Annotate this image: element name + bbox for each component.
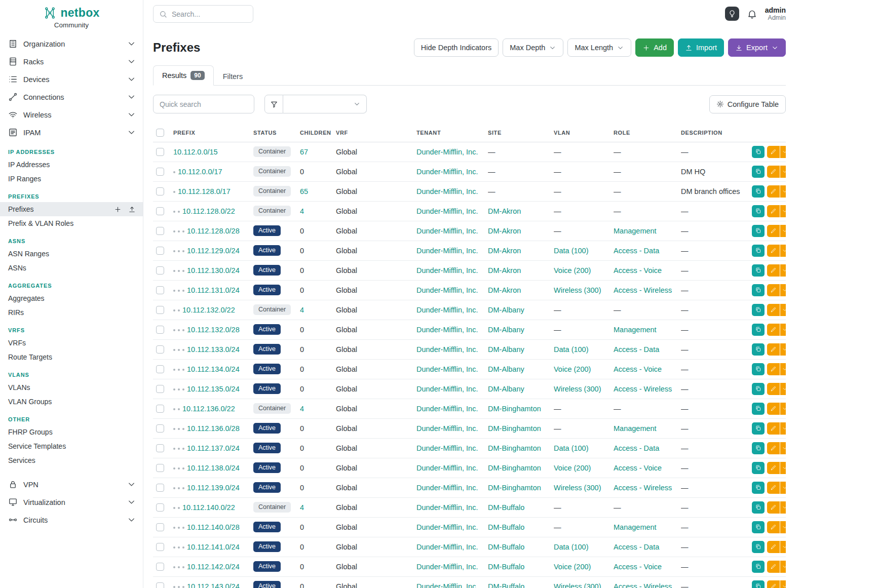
column-header-tenant[interactable]: TENANT (416, 124, 488, 142)
row-checkbox[interactable] (156, 326, 164, 334)
prefix-link[interactable]: 10.112.134.0/24 (187, 365, 240, 373)
tenant-link[interactable]: Dunder-Mifflin, Inc. (416, 543, 478, 551)
edit-button[interactable] (767, 521, 780, 533)
row-checkbox[interactable] (156, 345, 164, 354)
copy-button[interactable] (752, 304, 765, 316)
sidebar-item-rirs[interactable]: RIRs (0, 305, 143, 320)
edit-button[interactable] (767, 324, 780, 336)
column-header-prefix[interactable]: PREFIX (173, 124, 253, 142)
tenant-link[interactable]: Dunder-Mifflin, Inc. (416, 247, 478, 255)
site-link[interactable]: DM-Buffalo (488, 582, 524, 588)
column-header-vrf[interactable]: VRF (336, 124, 416, 142)
row-menu-button[interactable] (780, 462, 786, 474)
edit-button[interactable] (767, 146, 780, 158)
site-link[interactable]: DM-Akron (488, 286, 521, 294)
vlan-link[interactable]: Wireless (300) (554, 582, 601, 588)
role-link[interactable]: Management (614, 227, 657, 235)
children-link[interactable]: 4 (300, 405, 304, 413)
sidebar-item-service-templates[interactable]: Service Templates (0, 439, 143, 453)
sidebar-item-ipam[interactable]: IPAM (0, 124, 143, 141)
sidebar-item-circuits[interactable]: Circuits (0, 511, 143, 529)
role-link[interactable]: Access - Voice (614, 365, 662, 373)
quick-search-input[interactable] (153, 95, 254, 113)
edit-button[interactable] (767, 225, 780, 237)
role-link[interactable]: Management (614, 326, 657, 334)
quick-add-button[interactable] (114, 206, 122, 213)
row-menu-button[interactable] (780, 166, 786, 178)
prefix-link[interactable]: 10.112.131.0/24 (187, 286, 240, 294)
row-menu-button[interactable] (780, 541, 786, 553)
children-link[interactable]: 67 (300, 148, 308, 156)
site-link[interactable]: DM-Albany (488, 385, 524, 393)
row-checkbox[interactable] (156, 543, 164, 551)
row-checkbox[interactable] (156, 266, 164, 275)
role-link[interactable]: Access - Voice (614, 563, 662, 571)
vlan-link[interactable]: Data (100) (554, 345, 589, 354)
vlan-link[interactable]: Data (100) (554, 247, 589, 255)
export-dropdown-button[interactable]: Export (728, 38, 786, 57)
sidebar-item-asn-ranges[interactable]: ASN Ranges (0, 247, 143, 261)
global-search-input[interactable] (172, 10, 247, 18)
row-menu-button[interactable] (780, 205, 786, 217)
copy-button[interactable] (752, 284, 765, 296)
tenant-link[interactable]: Dunder-Mifflin, Inc. (416, 168, 478, 176)
tenant-link[interactable]: Dunder-Mifflin, Inc. (416, 345, 478, 354)
sidebar-item-virtualization[interactable]: Virtualization (0, 493, 143, 511)
copy-button[interactable] (752, 541, 765, 553)
site-link[interactable]: DM-Binghamton (488, 464, 541, 472)
role-link[interactable]: Access - Wireless (614, 484, 672, 492)
tenant-link[interactable]: Dunder-Mifflin, Inc. (416, 523, 478, 531)
row-checkbox[interactable] (156, 464, 164, 472)
max-depth-dropdown[interactable]: Max Depth (503, 38, 563, 57)
vlan-link[interactable]: Data (100) (554, 543, 589, 551)
sidebar-item-aggregates[interactable]: Aggregates (0, 291, 143, 305)
vlan-link[interactable]: Wireless (300) (554, 385, 601, 393)
role-link[interactable]: Management (614, 424, 657, 433)
import-button[interactable]: Import (678, 38, 724, 57)
tenant-link[interactable]: Dunder-Mifflin, Inc. (416, 405, 478, 413)
tenant-link[interactable]: Dunder-Mifflin, Inc. (416, 148, 478, 156)
copy-button[interactable] (752, 442, 765, 454)
edit-button[interactable] (767, 462, 780, 474)
sidebar-item-asns[interactable]: ASNs (0, 261, 143, 275)
copy-button[interactable] (752, 482, 765, 494)
column-header-vlan[interactable]: VLAN (554, 124, 614, 142)
row-checkbox[interactable] (156, 365, 164, 373)
row-checkbox[interactable] (156, 385, 164, 393)
prefix-link[interactable]: 10.112.128.0/17 (178, 187, 231, 195)
tenant-link[interactable]: Dunder-Mifflin, Inc. (416, 227, 478, 235)
sidebar-item-prefix-vlan-roles[interactable]: Prefix & VLAN Roles (0, 216, 143, 230)
vlan-link[interactable]: Voice (200) (554, 365, 591, 373)
sidebar-item-organization[interactable]: Organization (0, 35, 143, 53)
edit-button[interactable] (767, 304, 780, 316)
row-checkbox[interactable] (156, 207, 164, 215)
edit-button[interactable] (767, 561, 780, 573)
edit-button[interactable] (767, 284, 780, 296)
prefix-link[interactable]: 10.112.128.0/22 (182, 207, 235, 215)
prefix-link[interactable]: 10.112.139.0/24 (187, 484, 240, 492)
row-menu-button[interactable] (780, 442, 786, 454)
tab-filters[interactable]: Filters (214, 67, 252, 86)
copy-button[interactable] (752, 324, 765, 336)
edit-button[interactable] (767, 422, 780, 435)
site-link[interactable]: DM-Akron (488, 247, 521, 255)
row-menu-button[interactable] (780, 403, 786, 415)
row-menu-button[interactable] (780, 343, 786, 356)
role-link[interactable]: Access - Wireless (614, 385, 672, 393)
tenant-link[interactable]: Dunder-Mifflin, Inc. (416, 484, 478, 492)
sidebar-item-vrfs[interactable]: VRFs (0, 336, 143, 350)
tenant-link[interactable]: Dunder-Mifflin, Inc. (416, 207, 478, 215)
sidebar-item-ip-ranges[interactable]: IP Ranges (0, 172, 143, 186)
edit-button[interactable] (767, 482, 780, 494)
row-checkbox[interactable] (156, 286, 164, 294)
site-link[interactable]: DM-Akron (488, 207, 521, 215)
sidebar-item-services[interactable]: Services (0, 453, 143, 467)
tenant-link[interactable]: Dunder-Mifflin, Inc. (416, 266, 478, 275)
role-link[interactable]: Access - Wireless (614, 286, 672, 294)
role-link[interactable]: Access - Data (614, 345, 659, 354)
filter-button[interactable] (264, 95, 283, 113)
copy-button[interactable] (752, 185, 765, 198)
prefix-link[interactable]: 10.112.135.0/24 (187, 385, 240, 393)
copy-button[interactable] (752, 166, 765, 178)
prefix-link[interactable]: 10.112.136.0/28 (187, 424, 240, 433)
